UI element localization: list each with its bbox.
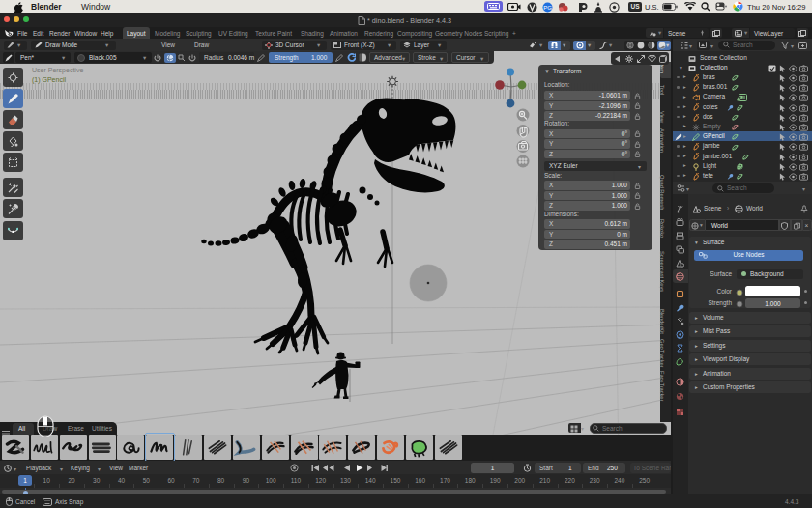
svg-text:PG: PG — [543, 4, 552, 10]
